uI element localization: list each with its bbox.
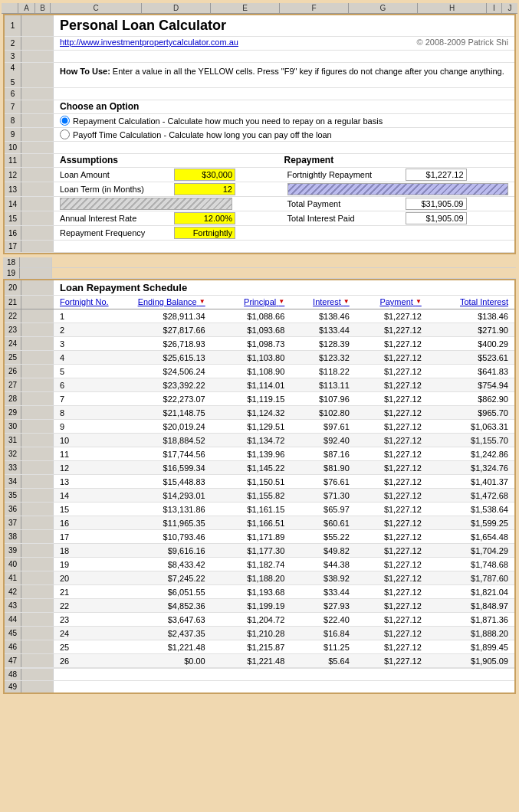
options-heading-row: 7 Choose an Option: [5, 100, 514, 114]
cell-payment: $1,227.12: [353, 408, 425, 418]
cell-total-interest: $1,063.31: [425, 421, 511, 432]
schedule-data: 22 1 $28,911.34 $1,088.66 $138.46 $1,227…: [5, 309, 514, 668]
cell-ending-balance: $16,599.34: [114, 463, 209, 473]
cell-payment: $1,227.12: [353, 476, 425, 487]
cell-fortnight-no: 3: [57, 339, 114, 349]
cell-principal: $1,221.48: [209, 656, 288, 666]
instructions-body: Enter a value in all the YELLOW cells. P…: [110, 67, 504, 76]
cell-total-interest: $1,654.48: [425, 532, 511, 542]
cell-interest: $133.44: [287, 325, 352, 336]
cell-ending-balance: $1,221.48: [114, 642, 209, 653]
row-17: 17: [5, 241, 514, 253]
cell-payment: $1,227.12: [353, 601, 425, 611]
cell-ending-balance: $17,744.56: [114, 449, 209, 460]
table-row: 24 3 $26,718.93 $1,098.73 $128.39 $1,227…: [5, 337, 514, 351]
cell-principal: $1,139.96: [209, 449, 288, 460]
cell-fortnight-no: 19: [57, 559, 114, 570]
cell-payment: $1,227.12: [353, 587, 425, 598]
radio1-row: 8 Repayment Calculation - Calculate how …: [5, 114, 514, 128]
col-principal: Principal ▼: [209, 296, 288, 308]
cell-interest: $113.11: [287, 380, 352, 391]
cell-fortnight-no: 1: [57, 311, 114, 322]
cell-fortnight-no: 13: [57, 476, 114, 487]
row-num-23: 23: [5, 323, 21, 336]
row-num-24: 24: [5, 337, 21, 350]
cell-interest: $102.80: [287, 408, 352, 418]
cell-interest: $81.90: [287, 463, 352, 473]
table-row: 44 23 $3,647.63 $1,204.72 $22.40 $1,227.…: [5, 613, 514, 627]
row-num-11: 11: [5, 154, 21, 167]
instructions-text: How To Use: Enter a value in all the YEL…: [54, 63, 514, 87]
cell-ending-balance: $8,433.42: [114, 559, 209, 570]
cell-principal: $1,199.19: [209, 601, 288, 611]
cell-total-interest: $1,888.20: [425, 628, 511, 639]
row-num-39: 39: [5, 544, 21, 557]
row-num-25: 25: [5, 351, 21, 364]
cell-payment: $1,227.12: [353, 339, 425, 349]
table-row: 42 21 $6,051.55 $1,193.68 $33.44 $1,227.…: [5, 585, 514, 599]
cell-total-interest: $754.94: [425, 380, 511, 391]
cell-payment: $1,227.12: [353, 311, 425, 322]
cell-principal: $1,210.28: [209, 628, 288, 639]
cell-ending-balance: $25,615.13: [114, 352, 209, 363]
repayment-freq-input[interactable]: [174, 227, 235, 239]
cell-principal: $1,215.87: [209, 642, 288, 653]
loan-amount-input[interactable]: [174, 169, 235, 181]
radio2-option[interactable]: Payoff Time Calculation - Calculate how …: [54, 128, 514, 141]
cell-payment: $1,227.12: [353, 559, 425, 570]
table-row: 33 12 $16,599.34 $1,145.22 $81.90 $1,227…: [5, 461, 514, 475]
table-row: 34 13 $15,448.83 $1,150.51 $76.61 $1,227…: [5, 475, 514, 489]
cell-total-interest: $1,704.29: [425, 545, 511, 556]
row-13: 13 Loan Term (in Months): [5, 182, 514, 197]
cell-payment: $1,227.12: [353, 518, 425, 529]
cell-payment: $1,227.12: [353, 614, 425, 625]
cell-total-interest: $271.90: [425, 325, 511, 336]
assumptions-heading: Assumptions: [60, 155, 284, 166]
loan-term-input[interactable]: [174, 183, 235, 195]
table-row: 29 8 $21,148.75 $1,124.32 $102.80 $1,227…: [5, 406, 514, 420]
cell-fortnight-no: 26: [57, 656, 114, 666]
copyright-text: © 2008-2009 Patrick Shi: [411, 37, 514, 50]
cell-fortnight-no: 6: [57, 380, 114, 391]
repayment-hatch: [287, 183, 509, 195]
radio2-row: 9 Payoff Time Calculation - Calculate ho…: [5, 128, 514, 142]
cell-interest: $5.64: [287, 656, 352, 666]
total-interest-label: Total Interest Paid: [287, 214, 402, 223]
cell-ending-balance: $23,392.22: [114, 380, 209, 391]
row-num-1: 1: [5, 15, 21, 36]
cell-ending-balance: $13,131.86: [114, 504, 209, 515]
row-num-13: 13: [5, 182, 21, 196]
cell-total-interest: $1,324.76: [425, 463, 511, 473]
annual-rate-input[interactable]: [174, 212, 235, 224]
row-10: 10: [5, 142, 514, 154]
row-num-3: 3: [5, 51, 21, 62]
radio2-input[interactable]: [60, 129, 70, 139]
website-link[interactable]: http://www.investmentpropertycalculator.…: [54, 37, 411, 50]
cell-ending-balance: $28,911.34: [114, 311, 209, 322]
cell-total-interest: $1,538.64: [425, 504, 511, 515]
cell-fortnight-no: 17: [57, 532, 114, 542]
bottom-box: 20 Loan Repayment Schedule 21 Fortnight …: [3, 279, 516, 694]
row-num-26: 26: [5, 365, 21, 378]
cell-interest: $97.61: [287, 421, 352, 432]
row-num-46: 46: [5, 640, 21, 653]
cell-ending-balance: $20,019.24: [114, 421, 209, 432]
cell-total-interest: $965.70: [425, 408, 511, 418]
radio1-option[interactable]: Repayment Calculation - Calculate how mu…: [54, 114, 514, 127]
row-num-36: 36: [5, 503, 21, 516]
cell-fortnight-no: 5: [57, 366, 114, 377]
row-num-17: 17: [5, 241, 21, 252]
row-6: 6: [5, 88, 514, 100]
table-row: 39 18 $9,616.16 $1,177.30 $49.82 $1,227.…: [5, 544, 514, 558]
radio1-input[interactable]: [60, 116, 70, 126]
cell-total-interest: $1,155.70: [425, 435, 511, 446]
row-num-45: 45: [5, 627, 21, 640]
row-num-37: 37: [5, 516, 21, 529]
cell-interest: $60.61: [287, 518, 352, 529]
row-num-12: 12: [5, 168, 21, 182]
cell-fortnight-no: 2: [57, 325, 114, 336]
cell-interest: $49.82: [287, 545, 352, 556]
row-num-10: 10: [5, 142, 21, 153]
cell-principal: $1,103.80: [209, 352, 288, 363]
table-row: 46 25 $1,221.48 $1,215.87 $11.25 $1,227.…: [5, 640, 514, 654]
